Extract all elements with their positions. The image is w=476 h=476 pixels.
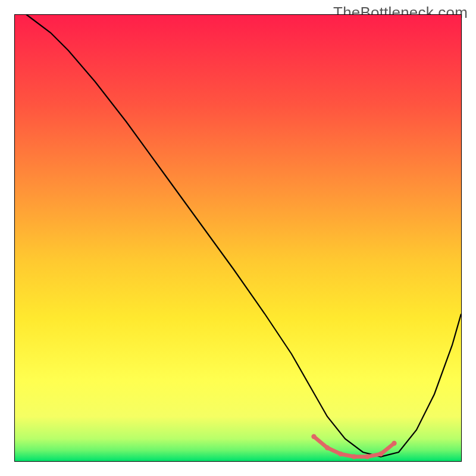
marker-optimal-zone xyxy=(392,441,396,446)
marker-optimal-zone xyxy=(365,454,369,459)
marker-optimal-zone xyxy=(325,445,330,450)
gradient-background xyxy=(15,15,461,461)
chart-svg xyxy=(15,15,461,461)
marker-optimal-zone xyxy=(378,452,383,456)
marker-optimal-zone xyxy=(311,434,316,439)
chart-container: TheBottleneck.com xyxy=(0,0,476,476)
marker-optimal-zone xyxy=(338,452,343,456)
marker-optimal-zone xyxy=(352,454,356,459)
plot-area xyxy=(14,14,462,462)
